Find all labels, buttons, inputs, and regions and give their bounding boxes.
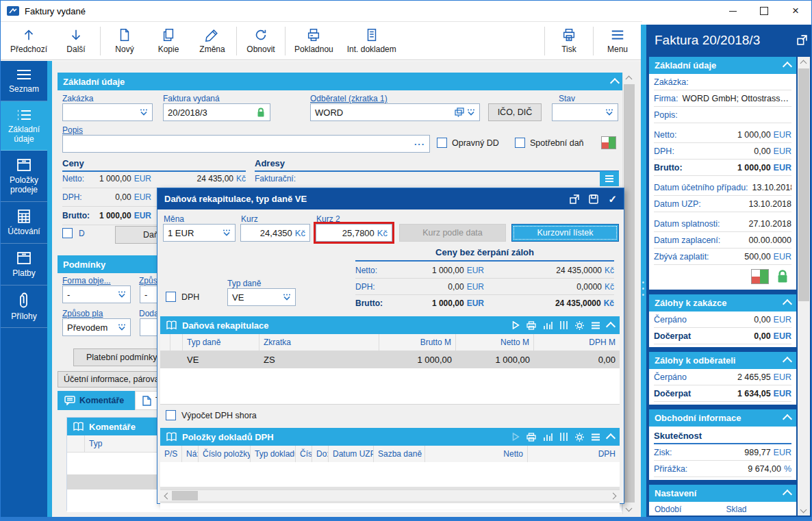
scroll-right-arrow[interactable] <box>608 490 620 501</box>
grid2-col-cislo-polozky[interactable]: Číslo položky <box>199 446 251 462</box>
card-header[interactable]: Obchodní informace <box>649 409 796 427</box>
dropdown-arrow-icon[interactable] <box>605 109 613 116</box>
sidebar-item-uctovani[interactable]: Účtování <box>1 202 47 244</box>
grid2-col-netto[interactable]: Netto <box>425 446 528 462</box>
minimize-button[interactable] <box>717 1 748 21</box>
columns-icon[interactable] <box>559 433 568 441</box>
opravny-dd-checkbox[interactable] <box>437 138 447 148</box>
modal-horizontal-scrollbar[interactable] <box>160 490 620 501</box>
grid1-col-netto-m[interactable]: Netto M <box>456 334 534 351</box>
collapse-icon[interactable] <box>610 77 620 87</box>
typ-dane-dropdown[interactable]: VE <box>227 288 296 306</box>
card-header[interactable]: Základní údaje <box>649 57 796 74</box>
scrollbar-thumb[interactable] <box>172 491 198 500</box>
toolbar-button-dalsi[interactable]: Další <box>54 25 98 57</box>
toolbar-button-obnovit[interactable]: Obnovit <box>239 25 283 57</box>
grid2-col-do[interactable]: Do: <box>312 446 329 462</box>
sidebar-item-polozky-prodeje[interactable]: Položky prodeje <box>1 151 47 202</box>
collapse-icon[interactable] <box>783 490 792 499</box>
toolbar-button-kopie[interactable]: Kopie <box>147 25 190 57</box>
odberatel-input[interactable]: WORD <box>310 103 480 121</box>
collapse-icon[interactable] <box>606 321 616 331</box>
print-icon[interactable] <box>526 321 536 330</box>
collapse-icon[interactable] <box>783 357 792 366</box>
zakazka-dropdown[interactable] <box>62 103 153 121</box>
grid1-col-brutto-m[interactable]: Brutto M <box>379 334 456 351</box>
dropdown-arrow-icon[interactable] <box>118 291 126 298</box>
sidebar-item-seznam[interactable]: Seznam <box>1 61 47 101</box>
save-icon[interactable] <box>589 194 598 204</box>
toolbar-button-menu[interactable]: Menu <box>596 25 639 57</box>
grid2-col-ps[interactable]: P/S <box>160 446 182 462</box>
scrollbar-thumb[interactable] <box>798 68 809 301</box>
partner-stack-icon[interactable] <box>455 107 464 117</box>
dropdown-arrow-icon[interactable] <box>283 294 291 301</box>
toolbar-button-tisk[interactable]: Tisk <box>547 25 591 57</box>
grid1-col-typ-dane[interactable]: Typ daně <box>183 334 259 351</box>
toolbar-button-pokladnou[interactable]: Pokladnou <box>288 25 340 57</box>
sidebar-item-platby[interactable]: Platby <box>1 244 47 285</box>
collapse-icon[interactable] <box>783 62 792 71</box>
play-icon[interactable] <box>512 321 520 329</box>
confirm-check-icon[interactable]: ✓ <box>608 193 617 205</box>
section-header-zakladni-udaje[interactable]: Základní údaje <box>58 73 624 90</box>
popout-icon[interactable] <box>797 35 807 45</box>
kurz-input[interactable]: 24,4350Kč <box>240 224 310 242</box>
grid2-col-sazba-dane[interactable]: Sazba daně <box>374 446 425 462</box>
sidebar-item-zakladni-udaje[interactable]: Základní údaje <box>1 101 47 151</box>
scroll-down-arrow[interactable] <box>798 505 809 516</box>
dph-checkbox[interactable] <box>166 292 176 302</box>
close-button[interactable]: × <box>780 1 811 21</box>
scroll-up-arrow[interactable] <box>623 73 635 84</box>
faktura-input[interactable]: 20/2018/3 <box>163 103 270 121</box>
chart-icon[interactable] <box>543 321 553 329</box>
collapse-icon[interactable] <box>783 299 792 309</box>
maximize-button[interactable] <box>748 1 780 21</box>
grid-menu-icon[interactable] <box>591 322 600 329</box>
zpusob-pla-dropdown[interactable]: Převodem <box>62 318 131 336</box>
grid2-col-typ-dokladu[interactable]: Typ dokladu <box>251 446 296 462</box>
forma-dropdown[interactable]: - <box>62 285 131 303</box>
ico-dic-button[interactable]: IČO, DIČ <box>488 103 542 121</box>
stav-dropdown[interactable] <box>552 103 618 121</box>
grid2-col-cis[interactable]: Čís <box>296 446 312 462</box>
popis-input[interactable]: ··· <box>62 135 430 153</box>
dropdown-arrow-icon[interactable] <box>223 229 231 237</box>
card-header[interactable]: Zálohy k zakázce <box>649 294 796 312</box>
sidebar-item-prilohy[interactable]: Přílohy <box>1 285 47 329</box>
chart-icon[interactable] <box>543 433 553 441</box>
spotrebni-dan-checkbox[interactable] <box>515 138 525 148</box>
toolbar-button-zmena[interactable]: Změna <box>190 25 234 57</box>
card-header[interactable]: Zálohy k odběrateli <box>649 352 796 369</box>
toolbar-button-predchozi[interactable]: Předchozí <box>3 25 54 57</box>
vypocet-dph-checkbox[interactable] <box>166 410 176 420</box>
gear-icon[interactable] <box>575 321 584 330</box>
ellipsis-button[interactable]: ··· <box>414 139 425 149</box>
tab-komentare[interactable]: Komentáře <box>58 391 135 410</box>
kurz2-input[interactable]: 25,7800Kč <box>316 224 392 242</box>
gear-icon[interactable] <box>575 433 584 442</box>
panel-splitter[interactable] <box>641 25 646 519</box>
grid1-col-zkratka[interactable]: Zkratka <box>259 334 379 351</box>
columns-icon[interactable] <box>559 321 568 329</box>
d-checkbox[interactable] <box>62 228 73 238</box>
panel-vertical-scrollbar[interactable] <box>798 57 810 516</box>
grid2-col-na[interactable]: Ná: <box>182 446 199 462</box>
address-menu-button[interactable] <box>600 171 619 186</box>
dropdown-arrow-icon[interactable] <box>467 109 475 116</box>
collapse-icon[interactable] <box>783 414 792 424</box>
grid2-col-datum-uzp[interactable]: Datum UZP <box>329 446 374 462</box>
mena-dropdown[interactable]: 1 EUR <box>163 224 236 242</box>
grid1-col-dph-m[interactable]: DPH M <box>534 334 620 351</box>
scroll-left-arrow[interactable] <box>160 490 172 501</box>
grid2-col-dph[interactable]: DPH <box>528 446 620 462</box>
grid1-data-row[interactable]: VE ZS 1 000,00 1 000,00 0,00 <box>160 351 620 368</box>
popout-icon[interactable] <box>570 194 579 204</box>
toolbar-button-int-dokladem[interactable]: Int. dokladem <box>340 25 403 57</box>
print-icon[interactable] <box>526 433 536 442</box>
dropdown-arrow-icon[interactable] <box>118 324 126 331</box>
grid-menu-icon[interactable] <box>591 433 600 441</box>
collapse-icon[interactable] <box>606 433 616 442</box>
dropdown-arrow-icon[interactable] <box>140 109 148 116</box>
scrollbar-thumb[interactable] <box>624 84 635 503</box>
